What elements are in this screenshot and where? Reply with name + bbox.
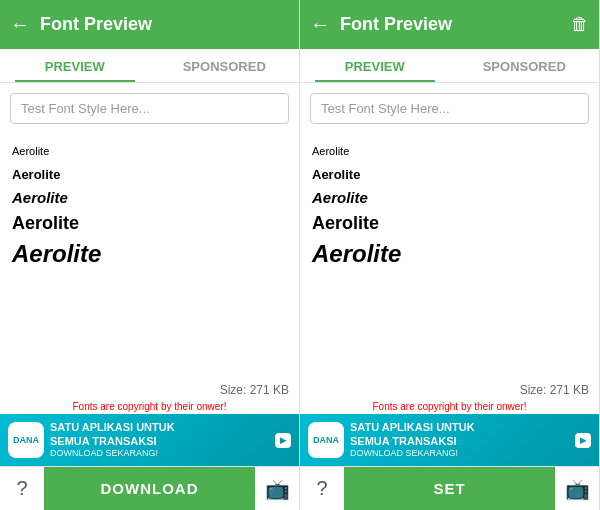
tab-sponsored-right[interactable]: SPONSORED — [450, 49, 600, 82]
copyright-right: Fonts are copyright by their onwer! — [300, 399, 599, 414]
header-title-right: Font Preview — [340, 14, 561, 35]
back-icon-left[interactable]: ← — [10, 13, 30, 36]
tv-icon-right[interactable]: 📺 — [555, 467, 599, 511]
help-icon-right[interactable]: ? — [300, 467, 344, 511]
search-input-right[interactable]: Test Font Style Here... — [310, 93, 589, 124]
left-tabs: PREVIEW SPONSORED — [0, 49, 299, 83]
ad-text-left: SATU APLIKASI UNTUKSEMUA TRANSAKSI DOWNL… — [50, 421, 269, 458]
ad-text-right: SATU APLIKASI UNTUKSEMUA TRANSAKSI DOWNL… — [350, 421, 569, 458]
font-item-4-left[interactable]: Aerolite — [12, 210, 287, 237]
ad-logo-left: DANA — [8, 422, 44, 458]
right-tabs: PREVIEW SPONSORED — [300, 49, 599, 83]
font-list-right: Aerolite Aerolite Aerolite Aerolite Aero… — [300, 132, 599, 381]
font-item-4-right[interactable]: Aerolite — [312, 210, 587, 237]
ad-btn-right[interactable]: ▶ — [575, 433, 591, 448]
font-item-5-right[interactable]: Aerolite — [312, 237, 587, 271]
font-item-1-left[interactable]: Aerolite — [12, 138, 287, 162]
back-icon-right[interactable]: ← — [310, 13, 330, 36]
search-input-left[interactable]: Test Font Style Here... — [10, 93, 289, 124]
set-button[interactable]: SET — [344, 467, 555, 511]
trash-icon-right[interactable]: 🗑 — [571, 14, 589, 35]
tv-icon-left[interactable]: 📺 — [255, 467, 299, 511]
ad-main-right: SATU APLIKASI UNTUKSEMUA TRANSAKSI — [350, 421, 569, 447]
font-item-1-right[interactable]: Aerolite — [312, 138, 587, 162]
ad-sub-right: DOWNLOAD SEKARANG! — [350, 448, 569, 459]
ad-btn-left[interactable]: ▶ — [275, 433, 291, 448]
font-item-3-right[interactable]: Aerolite — [312, 186, 587, 210]
size-label-left: Size: 271 KB — [0, 381, 299, 399]
right-panel: ← Font Preview 🗑 PREVIEW SPONSORED Test … — [300, 0, 600, 510]
left-header: ← Font Preview — [0, 0, 299, 49]
right-header: ← Font Preview 🗑 — [300, 0, 599, 49]
tab-preview-right[interactable]: PREVIEW — [300, 49, 450, 82]
ad-logo-right: DANA — [308, 422, 344, 458]
ad-banner-left[interactable]: DANA SATU APLIKASI UNTUKSEMUA TRANSAKSI … — [0, 414, 299, 466]
font-item-3-left[interactable]: Aerolite — [12, 186, 287, 210]
ad-sub-left: DOWNLOAD SEKARANG! — [50, 448, 269, 459]
footer-right: ? SET 📺 — [300, 466, 599, 510]
download-button[interactable]: DOWNLOAD — [44, 467, 255, 511]
ad-banner-right[interactable]: DANA SATU APLIKASI UNTUKSEMUA TRANSAKSI … — [300, 414, 599, 466]
left-panel: ← Font Preview PREVIEW SPONSORED Test Fo… — [0, 0, 300, 510]
font-item-2-left[interactable]: Aerolite — [12, 162, 287, 186]
tab-sponsored-left[interactable]: SPONSORED — [150, 49, 300, 82]
font-list-left: Aerolite Aerolite Aerolite Aerolite Aero… — [0, 132, 299, 381]
tab-preview-left[interactable]: PREVIEW — [0, 49, 150, 82]
header-title-left: Font Preview — [40, 14, 289, 35]
ad-main-left: SATU APLIKASI UNTUKSEMUA TRANSAKSI — [50, 421, 269, 447]
size-label-right: Size: 271 KB — [300, 381, 599, 399]
help-icon-left[interactable]: ? — [0, 467, 44, 511]
font-item-5-left[interactable]: Aerolite — [12, 237, 287, 271]
copyright-left: Fonts are copyright by their onwer! — [0, 399, 299, 414]
font-item-2-right[interactable]: Aerolite — [312, 162, 587, 186]
footer-left: ? DOWNLOAD 📺 — [0, 466, 299, 510]
